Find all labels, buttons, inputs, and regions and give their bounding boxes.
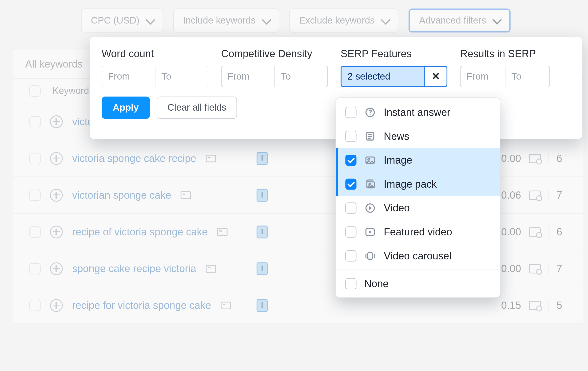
intent-badge: I xyxy=(257,225,268,238)
results-in-serp-to-input[interactable] xyxy=(505,66,549,87)
tail-value: 7 xyxy=(556,189,562,201)
filter-pill-include[interactable]: Include keywords xyxy=(173,9,279,33)
serp-mini-icon xyxy=(181,191,191,199)
pill-label: Advanced filters xyxy=(419,15,486,26)
row-checkbox[interactable] xyxy=(29,300,41,311)
image-icon xyxy=(364,154,376,166)
row-right-cell: 0.00 6 xyxy=(501,225,562,238)
image-pack-icon xyxy=(364,178,376,190)
option-label: Featured video xyxy=(384,226,452,238)
select-all-checkbox[interactable] xyxy=(29,85,41,96)
serp-option[interactable]: Instant answer xyxy=(336,100,500,125)
keyword-link[interactable]: recipe for victoria sponge cake xyxy=(72,299,211,311)
competitive-density-to-input[interactable] xyxy=(274,66,327,87)
add-keyword-icon[interactable] xyxy=(50,189,63,201)
pill-label: Exclude keywords xyxy=(299,15,375,26)
intent-badge: I xyxy=(257,299,268,312)
option-checkbox[interactable] xyxy=(345,107,356,118)
news-icon xyxy=(364,131,376,142)
divider xyxy=(548,299,549,312)
filter-pill-row: CPC (USD) Include keywords Exclude keywo… xyxy=(0,9,588,33)
serp-features-label: SERP Features xyxy=(341,48,447,60)
add-keyword-icon[interactable] xyxy=(50,225,63,238)
cpc-value: 0.00 xyxy=(501,152,521,164)
serp-result-icon[interactable] xyxy=(529,264,541,273)
option-checkbox[interactable] xyxy=(345,251,356,262)
divider xyxy=(548,152,549,164)
add-keyword-icon[interactable] xyxy=(50,262,63,275)
intent-badge: I xyxy=(257,189,268,201)
serp-option[interactable]: Image pack xyxy=(336,172,500,196)
option-label: Image pack xyxy=(384,178,437,190)
tab-all-keywords[interactable]: All keywords xyxy=(13,50,95,77)
row-right-cell: 0.15 5 xyxy=(501,299,562,312)
pill-label: CPC (USD) xyxy=(91,15,139,26)
none-label: None xyxy=(364,278,388,290)
option-checkbox[interactable] xyxy=(345,179,356,190)
competitive-density-from-input[interactable] xyxy=(221,66,274,87)
row-checkbox[interactable] xyxy=(29,189,41,201)
clear-all-fields-button[interactable]: Clear all fields xyxy=(157,97,237,119)
cpc-value: 0.15 xyxy=(501,299,521,311)
add-keyword-icon[interactable] xyxy=(50,152,63,164)
chevron-down-icon xyxy=(262,15,271,25)
play-circle-icon xyxy=(364,202,376,214)
serp-option[interactable]: Featured video xyxy=(336,220,500,244)
keyword-link[interactable]: recipe of victoria sponge cake xyxy=(72,226,208,238)
option-checkbox[interactable] xyxy=(345,227,356,238)
apply-button[interactable]: Apply xyxy=(102,97,150,119)
results-in-serp-label: Results in SERP xyxy=(460,48,550,60)
serp-result-icon[interactable] xyxy=(529,227,541,237)
svg-rect-12 xyxy=(368,253,373,259)
word-count-to-input[interactable] xyxy=(155,66,208,87)
filter-pill-cpc[interactable]: CPC (USD) xyxy=(81,9,163,33)
chevron-down-icon xyxy=(146,15,155,25)
serp-result-icon[interactable] xyxy=(529,190,541,200)
option-checkbox[interactable] xyxy=(345,131,356,142)
divider xyxy=(548,262,549,275)
keyword-link[interactable]: sponge cake recipe victoria xyxy=(72,262,196,274)
serp-mini-icon xyxy=(217,228,227,236)
option-checkbox[interactable] xyxy=(345,202,356,214)
divider xyxy=(548,189,549,201)
add-keyword-icon[interactable] xyxy=(50,115,63,128)
serp-option[interactable]: Image xyxy=(336,148,500,172)
serp-result-icon[interactable] xyxy=(529,153,541,163)
word-count-from-input[interactable] xyxy=(102,66,155,87)
serp-features-select[interactable]: 2 selected ✕ xyxy=(341,66,447,87)
serp-mini-icon xyxy=(206,154,216,162)
row-checkbox[interactable] xyxy=(29,226,41,237)
option-label: Video carousel xyxy=(384,250,451,262)
keyword-link[interactable]: victoria sponge cake recipe xyxy=(72,152,196,164)
row-checkbox[interactable] xyxy=(29,116,41,127)
none-checkbox[interactable] xyxy=(345,278,356,289)
option-checkbox[interactable] xyxy=(345,155,356,166)
serp-option-none[interactable]: None xyxy=(336,270,500,297)
serp-features-clear-button[interactable]: ✕ xyxy=(424,67,446,86)
filter-pill-exclude[interactable]: Exclude keywords xyxy=(289,9,398,33)
row-right-cell: 0.00 6 xyxy=(501,152,562,164)
word-count-label: Word count xyxy=(102,48,208,60)
serp-features-dropdown: Instant answer News Image Image pack Vid… xyxy=(336,98,501,298)
svg-point-1 xyxy=(370,114,371,115)
row-right-cell: 0.00 7 xyxy=(501,262,562,275)
serp-option[interactable]: News xyxy=(336,124,500,148)
play-box-icon xyxy=(364,226,376,238)
tail-value: 6 xyxy=(556,226,562,238)
serp-option[interactable]: Video xyxy=(336,196,500,220)
cpc-value: 0.00 xyxy=(501,226,521,238)
serp-features-selected-text: 2 selected xyxy=(342,67,424,86)
intent-badge: I xyxy=(257,262,268,275)
add-keyword-icon[interactable] xyxy=(50,299,63,312)
chevron-down-icon xyxy=(492,15,502,25)
row-checkbox[interactable] xyxy=(29,153,41,164)
tail-value: 7 xyxy=(556,262,562,274)
filter-pill-advanced[interactable]: Advanced filters xyxy=(409,9,510,33)
serp-result-icon[interactable] xyxy=(529,301,541,310)
row-checkbox[interactable] xyxy=(29,263,41,274)
serp-option[interactable]: Video carousel xyxy=(336,244,500,268)
results-in-serp-from-input[interactable] xyxy=(461,66,505,87)
intent-badge: I xyxy=(257,152,268,164)
competitive-density-range xyxy=(221,66,328,87)
keyword-link[interactable]: victorian sponge cake xyxy=(72,189,171,201)
